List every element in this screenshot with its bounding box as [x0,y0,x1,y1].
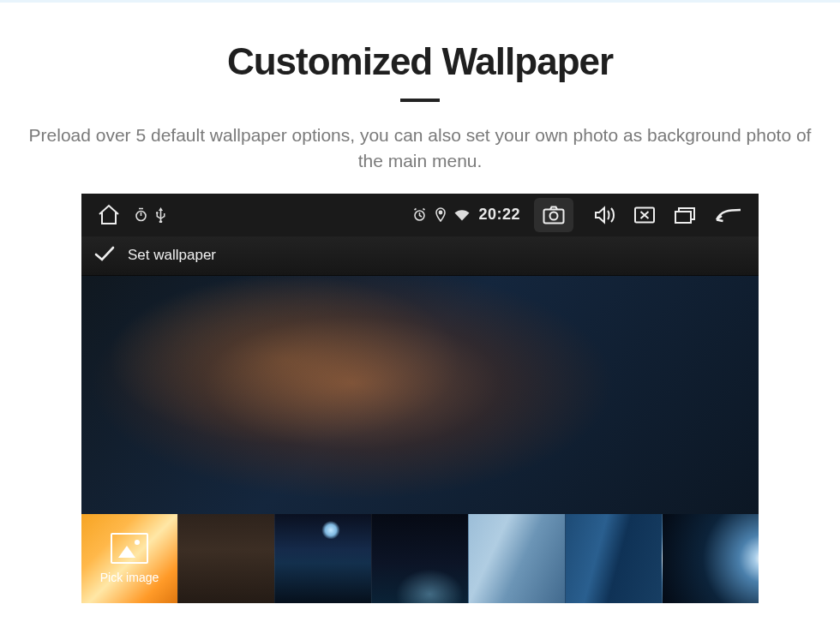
wallpaper-preview[interactable] [81,276,759,514]
status-indicators-left [135,207,165,223]
pick-image-label: Pick image [100,571,159,584]
volume-icon[interactable] [594,206,616,224]
status-bar: 20:22 [81,194,759,236]
wallpaper-thumb[interactable] [662,514,759,603]
usb-icon [156,207,165,223]
clock-time: 20:22 [478,206,520,224]
page-title: Customized Wallpaper [0,40,840,83]
recents-icon[interactable] [673,206,697,224]
wallpaper-thumb[interactable] [468,514,565,603]
device-screenshot: 20:22 [81,194,759,603]
wifi-icon [454,209,470,221]
home-icon[interactable] [97,204,121,226]
confirm-icon[interactable] [93,245,116,266]
location-icon [435,207,446,222]
svg-point-4 [550,212,558,219]
status-indicators-right: 20:22 [412,206,520,224]
wallpaper-thumb[interactable] [177,514,274,603]
app-bar-title: Set wallpaper [128,247,216,264]
wallpaper-thumb[interactable] [371,514,468,603]
svg-rect-6 [675,212,691,223]
wallpaper-thumb[interactable] [274,514,371,603]
image-icon [111,533,148,564]
svg-point-2 [440,212,442,214]
close-app-icon[interactable] [633,206,656,224]
title-underline [400,99,440,102]
back-icon[interactable] [714,206,743,224]
pick-image-button[interactable]: Pick image [81,514,177,603]
screenshot-button[interactable] [534,198,573,232]
app-bar: Set wallpaper [81,236,759,276]
page-subtitle: Preload over 5 default wallpaper options… [27,123,813,175]
wallpaper-thumbnails: Pick image [81,514,759,603]
timer-icon [135,207,147,222]
alarm-icon [412,207,427,222]
wallpaper-thumb[interactable] [565,514,662,603]
